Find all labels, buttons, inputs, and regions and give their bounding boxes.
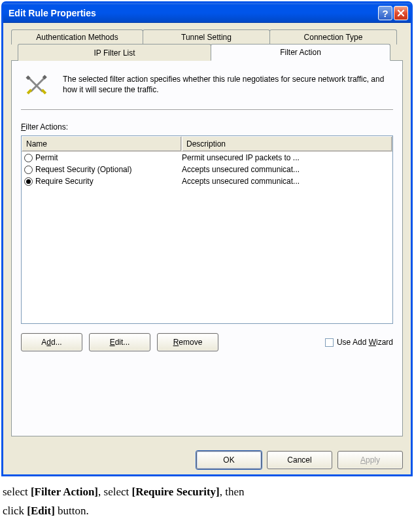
checkbox-icon[interactable] [325,338,334,347]
row-name: Permit [35,153,58,162]
tab-row-front: IP Filter List Filter Action [11,44,403,61]
window-title: Edit Rule Properties [9,8,378,18]
close-icon [397,9,405,17]
cancel-button[interactable]: Cancel [267,451,332,469]
titlebar-buttons: ? [378,6,408,20]
list-item[interactable]: Require Security Accepts unsecured commu… [22,175,392,187]
column-name[interactable]: Name [22,136,182,151]
tab-connection-type[interactable]: Connection Type [269,29,397,44]
tab-row-back: Authentication Methods Tunnel Setting Co… [11,29,403,44]
panel-button-row: Add... Edit... Remove Use Add Wizard [21,333,393,351]
filter-actions-label: Filter Actions: [21,122,393,132]
radio-icon[interactable] [24,177,33,186]
edit-button[interactable]: Edit... [89,333,150,351]
row-desc: Accepts unsecured communicat... [182,177,390,186]
info-text: The selected filter action specifies whe… [63,74,393,95]
filter-actions-list[interactable]: Name Description Permit Permit unsecured… [21,135,393,324]
list-item[interactable]: Permit Permit unsecured IP packets to ..… [22,152,392,164]
add-button[interactable]: Add... [21,333,82,351]
list-rows: Permit Permit unsecured IP packets to ..… [22,152,392,187]
divider [21,109,393,111]
title-bar: Edit Rule Properties ? [3,3,411,23]
tab-ip-filter-list[interactable]: IP Filter List [18,44,211,61]
list-header: Name Description [22,136,392,152]
apply-button[interactable]: Apply [337,451,403,469]
dialog-body: Authentication Methods Tunnel Setting Co… [3,23,411,444]
list-item[interactable]: Request Security (Optional) Accepts unse… [22,164,392,175]
dialog-window: Edit Rule Properties ? Authentication Me… [1,1,413,476]
column-description[interactable]: Description [182,136,392,151]
radio-icon[interactable] [24,154,33,162]
tab-filter-action[interactable]: Filter Action [211,44,390,61]
row-desc: Permit unsecured IP packets to ... [182,153,390,162]
row-desc: Accepts unsecured communicat... [182,165,390,174]
dialog-footer: OK Cancel Apply [3,444,411,474]
info-row: The selected filter action specifies whe… [21,74,393,98]
crossed-swords-icon [25,74,48,98]
help-button[interactable]: ? [378,6,392,20]
remove-button[interactable]: Remove [157,333,218,351]
tab-authentication-methods[interactable]: Authentication Methods [11,29,143,44]
use-add-wizard-checkbox[interactable]: Use Add Wizard [325,338,393,347]
radio-icon[interactable] [24,166,33,174]
row-name: Request Security (Optional) [35,165,131,174]
tabs: Authentication Methods Tunnel Setting Co… [11,29,403,436]
tab-panel-filter-action: The selected filter action specifies whe… [11,60,403,436]
tab-tunnel-setting[interactable]: Tunnel Setting [143,29,270,44]
checkbox-label: Use Add Wizard [337,338,393,347]
close-button[interactable] [394,6,408,20]
ok-button[interactable]: OK [196,451,262,469]
row-name: Require Security [35,177,94,186]
instruction-caption: select [Filter Action], select [Require … [0,478,414,526]
